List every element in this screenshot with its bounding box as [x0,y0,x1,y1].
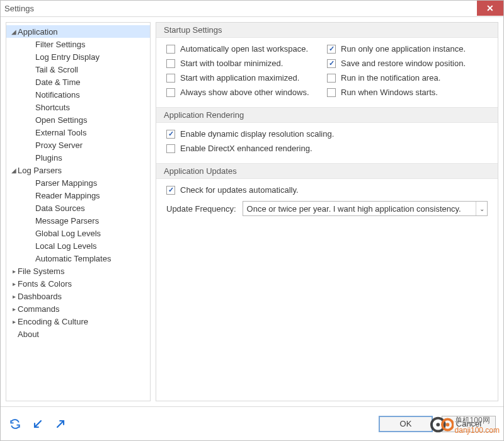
checkbox[interactable]: Run in the notification area. [327,73,488,83]
section-header-rendering: Application Rendering [156,107,498,123]
tree-item[interactable]: Shortcuts [6,101,150,113]
checkbox-icon [327,74,336,83]
caret-down-icon: ◢ [10,167,18,174]
tree-item[interactable]: Plugins [6,151,150,164]
arrow-down-left-icon [32,418,44,430]
tree-item[interactable]: Message Parsers [6,214,150,227]
tree-item[interactable]: ▸Encoding & Culture [6,315,150,328]
tree-label: Commands [18,304,59,314]
button-label: OK [400,419,412,428]
tree-label: Plugins [10,153,62,163]
checkbox-check-updates[interactable]: Check for updates automatically. [166,185,488,195]
checkbox[interactable]: Enable DirectX enhanced rendering. [166,144,488,153]
checkbox-icon [327,59,336,68]
checkbox-icon [166,88,175,97]
checkbox[interactable]: Automatically open last workspace. [166,44,327,54]
checkbox-icon [166,144,175,153]
checkbox[interactable]: Run when Windows starts. [327,88,488,97]
section-header-updates: Application Updates [156,163,498,179]
tree-item[interactable]: ▸Commands [6,302,150,315]
close-icon: ✕ [486,3,494,13]
content-area: ◢ Application Filter SettingsLog Entry D… [1,17,503,406]
tree-item-log-parsers[interactable]: ◢ Log Parsers [6,164,150,176]
export-button[interactable] [54,417,67,431]
settings-panel: Startup Settings Automatically open last… [156,22,498,401]
checkbox-label: Run in the notification area. [341,73,440,83]
tree-label: Tail & Scroll [10,65,78,74]
tree-label: Shortcuts [10,103,70,112]
ok-button[interactable]: OK [379,416,433,432]
reset-button[interactable] [8,417,22,431]
tree-label: Local Log Levels [10,241,97,251]
settings-window: Settings ✕ ◢ Application Filter Settings… [0,0,504,441]
chevron-down-icon: ⌄ [476,202,487,215]
tree-item[interactable]: Filter Settings [6,38,150,50]
category-tree[interactable]: ◢ Application Filter SettingsLog Entry D… [6,22,151,401]
tree-item[interactable]: Local Log Levels [6,239,150,252]
tree-label: Fonts & Colors [18,279,72,289]
checkbox-icon [166,186,175,195]
tree-item[interactable]: External Tools [6,126,150,139]
checkbox[interactable]: Start with toolbar minimized. [166,59,327,68]
checkbox-label: Run only one application instance. [341,44,466,54]
tree-item[interactable]: Global Log Levels [6,227,150,239]
tree-item[interactable]: Data Sources [6,202,150,214]
tree-label: Encoding & Culture [18,317,88,326]
checkbox[interactable]: Start with application maximized. [166,73,327,83]
tree-label: Parser Mappings [10,178,97,188]
checkbox[interactable]: Enable dynamic display resolution scalin… [166,129,488,139]
tree-label: Global Log Levels [10,229,101,238]
checkbox-label: Run when Windows starts. [341,88,438,97]
checkbox-label: Check for updates automatically. [180,185,299,195]
tree-item[interactable]: ▸Dashboards [6,290,150,302]
checkbox[interactable]: Always show above other windows. [166,88,327,97]
tree-item[interactable]: Notifications [6,88,150,101]
caret-right-icon: ▸ [10,306,18,312]
tree-item[interactable]: ▸File Systems [6,265,150,277]
caret-right-icon: ▸ [10,318,18,325]
checkbox-label: Start with application maximized. [180,73,299,83]
checkbox-label: Always show above other windows. [180,88,309,97]
tree-item[interactable]: Date & Time [6,76,150,88]
tree-item[interactable]: Automatic Templates [6,252,150,265]
checkbox[interactable]: Run only one application instance. [327,44,488,54]
tree-label: Data Sources [10,203,85,213]
checkbox[interactable]: Save and restore window position. [327,59,488,68]
close-button[interactable]: ✕ [477,1,503,16]
checkbox-label: Enable dynamic display resolution scalin… [180,129,334,139]
tree-item[interactable]: Tail & Scroll [6,63,150,76]
window-title: Settings [4,4,34,13]
checkbox-label: Automatically open last workspace. [180,44,308,54]
tree-item[interactable]: Log Entry Display [6,50,150,63]
tree-label: Open Settings [10,115,87,125]
tree-label: Reader Mappings [10,191,100,200]
tree-item-about[interactable]: About [6,328,150,340]
dialog-footer: OK Cancel [1,406,503,440]
tree-label: Log Entry Display [10,52,100,62]
tree-label: Application [18,27,58,37]
tree-item[interactable]: Parser Mappings [6,176,150,189]
tree-item[interactable]: ▸Fonts & Colors [6,277,150,290]
update-frequency-select[interactable]: Once or twice per year. I want high appl… [243,201,488,216]
tree-label: Date & Time [10,77,81,87]
caret-right-icon: ▸ [10,280,18,287]
select-value: Once or twice per year. I want high appl… [247,204,476,214]
checkbox-label: Save and restore window position. [341,59,466,68]
tree-label: Notifications [10,90,80,100]
refresh-icon [9,418,21,430]
checkbox-icon [166,130,175,139]
tree-item[interactable]: Reader Mappings [6,189,150,202]
tree-item[interactable]: Open Settings [6,113,150,126]
caret-right-icon: ▸ [10,293,18,300]
tree-label: Message Parsers [10,216,99,226]
caret-right-icon: ▸ [10,268,18,275]
import-button[interactable] [31,417,45,431]
section-header-startup: Startup Settings [156,23,498,38]
cancel-button[interactable]: Cancel [442,416,496,432]
tree-item-application[interactable]: ◢ Application [6,25,150,38]
checkbox-icon [327,45,336,54]
tree-label: Log Parsers [18,166,62,175]
tree-item[interactable]: Proxy Server [6,139,150,151]
checkbox-icon [166,59,175,68]
tree-label: Dashboards [18,292,62,301]
